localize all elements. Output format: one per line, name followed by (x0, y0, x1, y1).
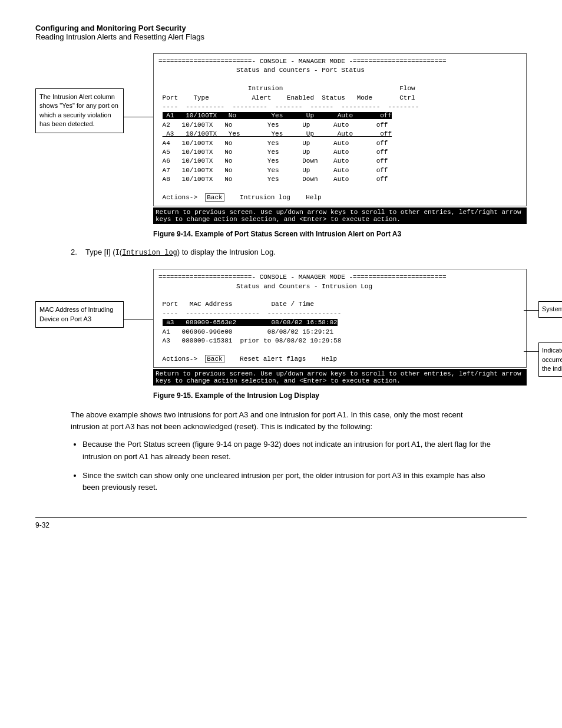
callout-right-2: Indicates this intrusion on port A3 occu… (538, 342, 562, 377)
figure1-caption-bold: Figure 9-14. Example of Port Status Scre… (153, 230, 401, 238)
figure1-container: The Intrusion Alert column shows "Yes" f… (35, 53, 527, 224)
bullet-item-2: Since the switch can show only one uncle… (82, 470, 491, 493)
figure1-callout-text: The Intrusion Alert column shows "Yes" f… (39, 93, 118, 127)
header-title: Configuring and Monitoring Port Security (35, 24, 527, 32)
figure1-terminal-wrapper: ========================- CONSOLE - MANA… (153, 53, 527, 224)
callout-right-1-text: System Time of Intrusion on Port A3 (542, 305, 562, 312)
bullet-item-1: Because the Port Status screen (figure 9… (82, 439, 491, 462)
step2-bracket: I (115, 249, 120, 257)
step2-before: Type [I] ( (85, 248, 115, 256)
highlighted-row-a3-log: a3 080009-6563e2 08/08/02 16:58:02 (163, 319, 338, 326)
step2-after: ) to display the Intrusion Log. (177, 248, 276, 256)
back-button-2[interactable]: Back (205, 355, 224, 363)
bullet-1-text: Because the Port Status screen (figure 9… (82, 440, 491, 460)
figure2-callout-left-text: MAC Address of Intruding Device on Port … (39, 306, 113, 322)
page-header: Configuring and Monitoring Port Security… (35, 24, 527, 41)
figure1-relative-wrap: The Intrusion Alert column shows "Yes" f… (35, 53, 527, 224)
body-paragraph: The above example shows two intrusions f… (71, 409, 491, 433)
callout-arrow-2 (124, 319, 154, 319)
bullet-list: Because the Port Status screen (figure 9… (82, 439, 491, 493)
callout-right-1: System Time of Intrusion on Port A3 (538, 301, 562, 317)
figure1-status-bar: Return to previous screen. Use up/down a… (153, 207, 527, 224)
bullet-2-text: Since the switch can show only one uncle… (82, 471, 485, 492)
figure1-caption: Figure 9-14. Example of Port Status Scre… (153, 230, 527, 238)
highlighted-row-a3: A3 10/100TX Yes Yes Up Auto off (163, 130, 392, 137)
figure2-relative-wrap: MAC Address of Intruding Device on Port … (35, 269, 527, 386)
figure1-callout: The Intrusion Alert column shows "Yes" f… (35, 88, 124, 133)
figure2-terminal-wrapper: System Time of Intrusion on Port A3 Indi… (153, 269, 527, 386)
figure2-status-bar: Return to previous screen. Use up/down a… (153, 369, 527, 386)
figure2-caption-bold: Figure 9-15. Example of the Intrusion Lo… (153, 391, 319, 400)
figure2-container: MAC Address of Intruding Device on Port … (35, 269, 527, 386)
figure1-terminal: ========================- CONSOLE - MANA… (153, 53, 527, 206)
figure2-callout-left: MAC Address of Intruding Device on Port … (35, 301, 124, 328)
back-button-1[interactable]: Back (205, 193, 224, 202)
highlighted-row-a1: A1 10/100TX No Yes Up Auto off (163, 112, 392, 119)
page-number: 9-32 (35, 521, 49, 529)
step2-number: 2. (71, 248, 77, 256)
callout-arrow-4 (524, 351, 538, 352)
callout-arrow-1 (124, 117, 154, 117)
callout-right-2-text: Indicates this intrusion on port A3 occu… (542, 347, 562, 372)
figure2-caption: Figure 9-15. Example of the Intrusion Lo… (153, 391, 527, 400)
step2-underline: Intrusion log (122, 249, 177, 257)
step2-text: 2. Type [I] (I(Intrusion log) to display… (71, 248, 527, 257)
header-subtitle: Reading Intrusion Alerts and Resetting A… (35, 32, 527, 41)
figure2-terminal: ========================- CONSOLE - MANA… (153, 269, 527, 368)
callout-arrow-3 (524, 310, 538, 311)
page-footer: 9-32 (35, 517, 527, 529)
